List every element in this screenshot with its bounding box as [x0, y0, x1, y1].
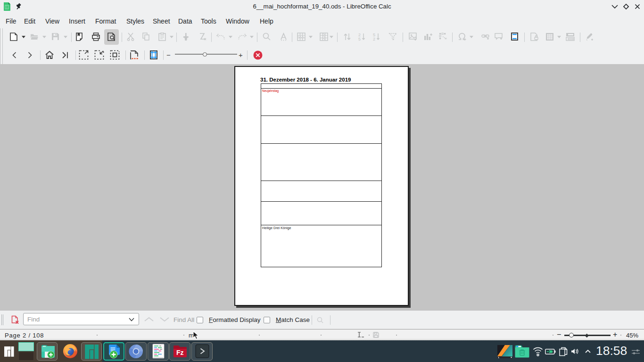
- svg-text:5: 5: [358, 37, 361, 41]
- svg-text:Fz: Fz: [176, 349, 184, 356]
- svg-text:2: 2: [373, 37, 375, 41]
